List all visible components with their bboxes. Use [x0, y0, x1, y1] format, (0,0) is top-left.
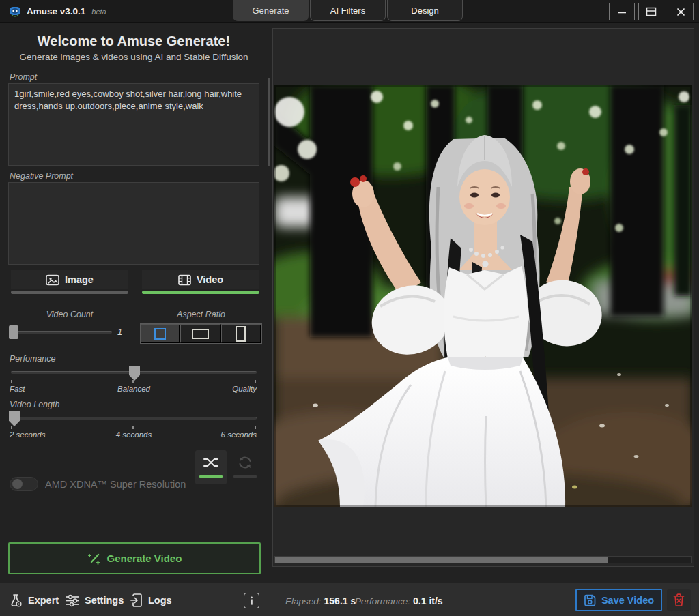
shuffle-active-indicator	[199, 475, 223, 478]
super-resolution-toggle-knob	[12, 479, 23, 489]
generate-video-label: Generate Video	[107, 553, 182, 564]
save-video-button[interactable]: Save Video	[575, 589, 662, 611]
prompt-label: Prompt	[10, 72, 37, 82]
generation-progress-bar	[274, 556, 692, 563]
performance-label: Perfomance	[10, 354, 55, 364]
performance-metric: Performance:0.1 it/s	[355, 596, 443, 606]
performance-slider-thumb[interactable]	[129, 366, 140, 381]
delete-button[interactable]	[667, 589, 691, 611]
info-icon	[248, 596, 255, 605]
video-count-value: 1	[117, 327, 122, 337]
video-length-slider-track[interactable]	[11, 417, 257, 420]
performance-tick-quality	[255, 380, 256, 383]
aspect-portrait-button[interactable]	[221, 324, 261, 343]
refresh-button[interactable]	[229, 450, 261, 484]
magic-wand-icon	[87, 552, 101, 566]
logs-label: Logs	[148, 595, 172, 606]
amuse-app-window: Amuse v3.0.1 beta Generate AI Filters De…	[0, 0, 699, 616]
aspect-landscape-button[interactable]	[180, 324, 220, 343]
super-resolution-label: AMD XDNA™ Super Resolution	[45, 479, 186, 490]
app-brand: Amuse v3.0.1 beta	[8, 0, 106, 23]
minimize-button[interactable]	[609, 3, 635, 20]
tab-ai-filters[interactable]: AI Filters	[310, 0, 386, 21]
logs-button[interactable]: Logs	[130, 591, 172, 609]
image-icon	[46, 274, 59, 286]
performance-tick-label-quality: Quality	[11, 385, 257, 393]
welcome-subheading: Generate images & videos using AI and St…	[0, 52, 268, 62]
performance-metric-label: Performance:	[355, 596, 410, 606]
video-mode-button[interactable]: Video	[142, 270, 259, 289]
preview-panel	[272, 28, 694, 567]
flask-icon	[9, 593, 23, 608]
video-count-label: Video Count	[11, 310, 128, 319]
aspect-ratio-group	[140, 323, 262, 344]
negative-prompt-label: Negative Prompt	[10, 171, 73, 181]
window-controls	[609, 3, 694, 20]
video-length-tick-4s	[132, 426, 134, 429]
tab-design[interactable]: Design	[387, 0, 463, 21]
main-tabs: Generate AI Filters Design	[233, 0, 463, 21]
aspect-square-button[interactable]	[141, 324, 180, 343]
expert-button[interactable]: Expert	[9, 591, 59, 609]
save-floppy-icon	[584, 594, 596, 606]
video-icon	[178, 274, 191, 286]
aspect-square-icon	[154, 328, 166, 340]
settings-label: Settings	[85, 595, 124, 606]
video-length-tick-6s	[255, 426, 256, 429]
logs-document-icon	[130, 593, 143, 608]
prompt-input[interactable]: 1girl,smile,red eyes,cowboy shot,silver …	[8, 83, 259, 166]
video-length-tick-2s	[11, 426, 12, 429]
settings-sliders-icon	[66, 594, 80, 607]
expert-label: Expert	[28, 595, 59, 606]
app-version-badge: beta	[91, 8, 106, 16]
image-mode-label: Image	[65, 274, 94, 285]
amuse-logo-icon	[8, 5, 22, 18]
image-mode-button[interactable]: Image	[11, 270, 128, 289]
aspect-ratio-label: Aspect Ratio	[140, 310, 262, 319]
title-bar: Amuse v3.0.1 beta Generate AI Filters De…	[0, 0, 699, 23]
save-video-label: Save Video	[601, 595, 654, 606]
close-button[interactable]	[668, 3, 694, 20]
video-count-slider-thumb[interactable]	[9, 325, 18, 339]
super-resolution-toggle[interactable]	[10, 477, 38, 491]
video-length-tick-label-6s: 6 seconds	[11, 430, 257, 439]
refresh-inactive-indicator	[233, 475, 257, 478]
status-bar: Expert Settings Logs	[0, 583, 699, 616]
elapsed-label: Elapsed:	[285, 596, 322, 606]
trash-icon	[673, 593, 685, 606]
close-icon	[676, 8, 685, 16]
video-mode-indicator-active	[142, 291, 259, 294]
maximize-button[interactable]	[638, 3, 664, 20]
aspect-landscape-icon	[192, 329, 209, 339]
app-title: Amuse v3.0.1	[27, 6, 85, 16]
generate-video-button[interactable]: Generate Video	[8, 542, 261, 574]
generate-settings-panel: Welcome to Amuse Generate! Generate imag…	[0, 23, 272, 582]
maximize-icon	[646, 7, 657, 16]
minimize-icon	[617, 7, 627, 16]
tab-generate[interactable]: Generate	[233, 0, 309, 21]
shuffle-button[interactable]	[195, 450, 227, 484]
performance-metric-value: 0.1 it/s	[413, 596, 443, 606]
left-panel-scrollbar[interactable]	[268, 78, 270, 166]
performance-tick-balanced	[132, 380, 134, 383]
elapsed-value: 156.1 s	[324, 596, 356, 606]
image-mode-indicator	[11, 291, 128, 294]
generated-video-frame	[274, 85, 692, 507]
info-button[interactable]	[244, 593, 259, 608]
aspect-portrait-icon	[236, 326, 246, 342]
shuffle-icon	[203, 456, 219, 469]
settings-button[interactable]: Settings	[66, 591, 124, 609]
generation-progress-fill	[275, 557, 608, 563]
video-length-label: Video Length	[10, 400, 59, 409]
video-length-slider-thumb[interactable]	[9, 411, 20, 426]
elapsed-metric: Elapsed:156.1 s	[285, 596, 356, 606]
welcome-heading: Welcome to Amuse Generate!	[0, 33, 268, 49]
performance-tick-fast	[11, 380, 12, 383]
negative-prompt-input[interactable]	[8, 182, 259, 265]
video-mode-label: Video	[197, 274, 223, 285]
video-count-slider-track[interactable]	[11, 331, 112, 334]
refresh-icon	[238, 456, 253, 469]
